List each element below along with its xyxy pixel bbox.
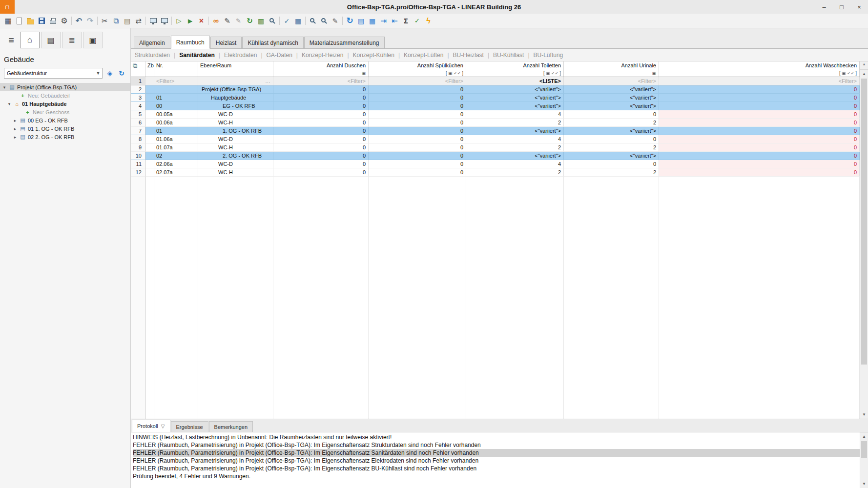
cell-toiletten[interactable]: <"variiert"> — [466, 152, 564, 160]
subtab-bu-heizlast[interactable]: BU-Heizlast — [453, 52, 484, 59]
eyedropper-icon[interactable]: ✎ — [330, 15, 341, 26]
log-line[interactable]: Prüfung beendet, 4 Fehler und 9 Warnunge… — [133, 472, 860, 480]
cell-wasch[interactable]: 0 — [659, 160, 860, 168]
row-number[interactable]: 1 — [131, 77, 145, 85]
filter-cell-nr[interactable]: <Filter> — [154, 77, 198, 85]
filter-cell-wasch[interactable]: <Filter> — [659, 77, 860, 85]
grid-scrollbar[interactable]: * ▲ ▼ — [860, 61, 868, 419]
cell-toiletten[interactable]: <"variiert"> — [466, 94, 564, 102]
cell-spuel[interactable]: 0 — [369, 160, 466, 168]
refresh-data-icon[interactable]: ↻ — [344, 15, 355, 26]
tree-item-neu-gebäudeteil[interactable]: +Neu: Gebäudeteil — [0, 91, 130, 100]
grid-scroll-track[interactable] — [860, 78, 868, 410]
cell-raum[interactable]: WC-H — [198, 168, 273, 177]
row-number[interactable]: 3 — [131, 94, 145, 102]
approve-stamp-icon[interactable]: ✓ — [281, 15, 292, 26]
data-view-icon[interactable]: ≣ — [62, 32, 82, 48]
cell-urinale[interactable]: 0 — [564, 160, 659, 168]
cell-wasch[interactable]: 0 — [659, 127, 860, 135]
cell-toiletten[interactable]: 2 — [466, 143, 564, 152]
monitor-icon[interactable] — [147, 15, 159, 26]
cell-raum[interactable]: WC-H — [198, 119, 273, 127]
cell-spuel[interactable]: 0 — [369, 110, 466, 119]
cell-nr[interactable]: 02 — [154, 152, 198, 160]
tree-item-00-eg-ok-rfb[interactable]: ▸▤00 EG - OK RFB — [0, 116, 130, 124]
subtab-ga-daten[interactable]: GA-Daten — [267, 52, 292, 59]
document-chart-icon[interactable]: ▥ — [255, 15, 267, 26]
cell-urinale[interactable]: 0 — [564, 110, 659, 119]
chevron-down-icon[interactable]: ▾ — [7, 102, 12, 106]
cell-spuel[interactable]: 0 — [369, 102, 466, 110]
paste-icon[interactable]: ▤ — [122, 15, 133, 26]
swap-icon[interactable]: ⇄ — [133, 15, 144, 26]
document-preview-icon[interactable] — [267, 15, 278, 26]
row-number[interactable]: 9 — [131, 143, 145, 152]
copy-icon[interactable]: ⧉ — [110, 15, 122, 26]
table-view-icon[interactable]: ▦ — [367, 15, 378, 26]
cell-urinale[interactable]: <"variiert"> — [564, 127, 659, 135]
document-edit-icon[interactable]: ✓ — [412, 15, 423, 26]
column-header-spuel[interactable]: Anzahl Spülküchen[ ▣ ✓✓ ] — [369, 61, 466, 77]
cell-zb[interactable] — [145, 85, 154, 94]
cell-duschen[interactable]: 0 — [273, 160, 369, 168]
goto-structure-icon[interactable]: ◈ — [105, 68, 115, 78]
cell-nr[interactable]: 00.06a — [154, 119, 198, 127]
cell-zb[interactable] — [145, 94, 154, 102]
filter-cell-raum[interactable]: … — [198, 77, 273, 85]
column-header-raum[interactable]: Ebene/Raum — [198, 61, 273, 77]
tab-kühllast-dynamisch[interactable]: Kühllast dynamisch — [242, 37, 303, 48]
tree-item-02-2-og-ok-rfb[interactable]: ▸▤02 2. OG - OK RFB — [0, 133, 130, 141]
list-view-icon[interactable]: ▤ — [41, 32, 61, 48]
row-number[interactable]: 8 — [131, 135, 145, 143]
document-update-icon[interactable]: ▤ — [355, 15, 367, 26]
row-number[interactable]: 11 — [131, 160, 145, 168]
cell-toiletten[interactable]: <"variiert"> — [466, 102, 564, 110]
save-icon[interactable] — [36, 15, 47, 26]
cell-urinale[interactable]: 0 — [564, 135, 659, 143]
cell-wasch[interactable]: 0 — [659, 102, 860, 110]
refresh-structure-icon[interactable]: ↻ — [117, 68, 126, 78]
sum-icon[interactable]: Σ — [400, 15, 412, 26]
cell-raum[interactable]: WC-D — [198, 135, 273, 143]
cell-nr[interactable]: 01 — [154, 127, 198, 135]
cell-urinale[interactable]: 2 — [564, 143, 659, 152]
monitor-secondary-icon[interactable] — [159, 15, 170, 26]
tree-item-01-1-og-ok-rfb[interactable]: ▸▤01 1. OG - OK RFB — [0, 124, 130, 133]
search-icon[interactable] — [307, 15, 318, 26]
maximize-button[interactable]: □ — [833, 0, 850, 14]
cell-wasch[interactable]: 0 — [659, 119, 860, 127]
cell-wasch[interactable]: 0 — [659, 110, 860, 119]
cell-spuel[interactable]: 0 — [369, 168, 466, 177]
cell-nr[interactable] — [154, 85, 198, 94]
settings-gear-icon[interactable]: ⚙ — [59, 15, 70, 26]
cell-duschen[interactable]: 0 — [273, 110, 369, 119]
cell-toiletten[interactable]: 2 — [466, 119, 564, 127]
building-view-icon[interactable]: ⌂ — [20, 32, 40, 48]
bottom-tab-bemerkungen[interactable]: Bemerkungen — [209, 421, 253, 432]
cut-icon[interactable]: ✂ — [99, 15, 110, 26]
cell-duschen[interactable]: 0 — [273, 143, 369, 152]
row-number[interactable]: 5 — [131, 110, 145, 119]
cell-zb[interactable] — [145, 127, 154, 135]
cell-urinale[interactable]: 2 — [564, 168, 659, 177]
cell-nr[interactable]: 01.07a — [154, 143, 198, 152]
scroll-down-icon[interactable]: ▼ — [860, 480, 868, 488]
scroll-up-icon[interactable]: ▲ — [860, 432, 868, 441]
log-line[interactable]: FEHLER (Raumbuch, Parametrisierung) in P… — [133, 457, 860, 465]
filter-cell-urinale[interactable]: <Filter> — [564, 77, 659, 85]
column-header-duschen[interactable]: Anzahl Duschen▣ — [273, 61, 369, 77]
print-icon[interactable] — [47, 15, 59, 26]
grid-scroll-thumb[interactable] — [861, 79, 867, 365]
document-delete-icon[interactable]: × — [196, 15, 207, 26]
subtab-konzept-kühlen[interactable]: Konzept-Kühlen — [353, 52, 394, 59]
marker-icon[interactable]: ✎ — [233, 15, 244, 26]
cell-urinale[interactable]: <"variiert"> — [564, 94, 659, 102]
log-scroll-thumb[interactable] — [861, 441, 867, 458]
filter-cell-duschen[interactable]: <Filter> — [273, 77, 369, 85]
cell-urinale[interactable]: 2 — [564, 119, 659, 127]
document-run-all-icon[interactable]: ▶ — [185, 15, 196, 26]
tree-item-01-hauptgebäude[interactable]: ▾⌂01 Hauptgebäude — [0, 100, 130, 108]
bottom-tab-ergebnisse[interactable]: Ergebnisse — [171, 421, 208, 432]
filter-cell-toiletten[interactable]: <LISTE> — [466, 77, 564, 85]
apps-grid-icon[interactable]: ▦ — [2, 15, 14, 26]
